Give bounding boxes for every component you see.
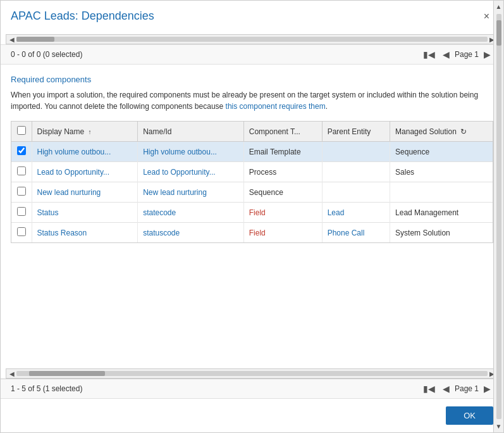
row-name-id: New lead nurturing — [138, 182, 244, 203]
component-type-value: Sequence — [249, 188, 283, 197]
name-id-link[interactable]: statuscode — [143, 229, 180, 237]
desc-highlight: this component requires them — [226, 102, 326, 111]
top-scrollbar-track[interactable] — [16, 37, 488, 42]
row-name-id: statecode — [138, 203, 244, 223]
row-parent-entity: Phone Call — [322, 223, 390, 243]
bottom-pagination-bar: 1 - 5 of 5 (1 selected) ▮◀ ◀ Page 1 ▶ — [1, 379, 503, 398]
sort-icon-display-name[interactable]: ↑ — [89, 129, 92, 135]
display-name-link[interactable]: Lead to Opportunity... — [37, 168, 110, 177]
dialog-title: APAC Leads: Dependencies — [11, 9, 154, 23]
component-type-value[interactable]: Field — [249, 208, 266, 217]
parent-entity-value[interactable]: Lead — [328, 208, 345, 217]
display-name-link[interactable]: Status Reason — [37, 229, 87, 237]
row-checkbox-cell[interactable] — [11, 203, 32, 223]
parent-entity-value[interactable]: Phone Call — [328, 229, 365, 237]
next-page-button-top[interactable]: ▶ — [481, 49, 493, 60]
first-page-button-top[interactable]: ▮◀ — [421, 49, 438, 60]
content-area: Required components When you import a so… — [1, 65, 503, 368]
row-checkbox[interactable] — [17, 146, 26, 155]
name-id-link[interactable]: statecode — [143, 208, 176, 217]
row-component-type: Sequence — [243, 182, 322, 203]
bottom-pagination-info: 1 - 5 of 5 (1 selected) — [11, 384, 82, 393]
bottom-scrollbar[interactable]: ◀ ▶ — [6, 368, 498, 379]
right-scrollbar-track[interactable] — [496, 14, 501, 419]
component-type-value: Process — [249, 168, 276, 177]
row-display-name: Lead to Opportunity... — [32, 162, 138, 182]
row-checkbox-cell[interactable] — [11, 182, 32, 203]
header-component-type: Component T... — [243, 122, 322, 142]
row-checkbox-cell[interactable] — [11, 223, 32, 243]
right-scrollbar[interactable]: ▲ ▼ — [493, 1, 503, 432]
row-checkbox-cell[interactable] — [11, 142, 32, 162]
display-name-link[interactable]: Status — [37, 208, 59, 217]
table-row: High volume outbou...High volume outbou.… — [11, 142, 493, 162]
bottom-scrollbar-thumb — [29, 371, 105, 376]
table-row: StatusstatecodeFieldLeadLead Management — [11, 203, 493, 223]
managed-solution-value: Lead Management — [395, 208, 458, 217]
name-id-link[interactable]: New lead nurturing — [143, 188, 207, 197]
top-pagination-controls: ▮◀ ◀ Page 1 ▶ — [421, 49, 493, 60]
row-parent-entity — [322, 162, 390, 182]
row-checkbox[interactable] — [17, 187, 26, 196]
managed-solution-value: System Solution — [395, 229, 450, 237]
row-display-name: New lead nurturing — [32, 182, 138, 203]
table-row: Status ReasonstatuscodeFieldPhone CallSy… — [11, 223, 493, 243]
row-managed-solution: Sequence — [390, 142, 493, 162]
row-component-type: Field — [243, 223, 322, 243]
scroll-up-arrow[interactable]: ▲ — [494, 1, 503, 13]
top-pagination-info: 0 - 0 of 0 (0 selected) — [11, 50, 82, 59]
row-display-name: Status — [32, 203, 138, 223]
top-scrollbar-thumb — [16, 37, 54, 42]
prev-page-button-top[interactable]: ◀ — [440, 49, 452, 60]
scroll-left-arrow[interactable]: ◀ — [8, 36, 16, 43]
row-checkbox[interactable] — [17, 207, 26, 216]
top-scrollbar[interactable]: ◀ ▶ — [6, 34, 498, 44]
required-section-title: Required components — [11, 75, 493, 84]
row-checkbox[interactable] — [17, 227, 26, 236]
row-managed-solution: System Solution — [390, 223, 493, 243]
top-pagination-bar: 0 - 0 of 0 (0 selected) ▮◀ ◀ Page 1 ▶ — [1, 44, 503, 65]
row-managed-solution: Lead Management — [390, 203, 493, 223]
row-component-type: Email Template — [243, 142, 322, 162]
dialog: APAC Leads: Dependencies × ◀ ▶ 0 - 0 of … — [0, 0, 504, 433]
name-id-link[interactable]: Lead to Opportunity... — [143, 168, 216, 177]
display-name-link[interactable]: New lead nurturing — [37, 188, 101, 197]
desc-part3: . — [326, 102, 328, 111]
name-id-link[interactable]: High volume outbou... — [143, 147, 217, 156]
row-managed-solution — [390, 182, 493, 203]
table-header-row: Display Name ↑ Name/Id Component T... Pa… — [11, 122, 493, 142]
table-row: Lead to Opportunity...Lead to Opportunit… — [11, 162, 493, 182]
row-parent-entity: Lead — [322, 203, 390, 223]
next-page-button-bottom[interactable]: ▶ — [481, 383, 493, 394]
row-parent-entity — [322, 142, 390, 162]
row-checkbox-cell[interactable] — [11, 162, 32, 182]
header-parent-entity: Parent Entity — [322, 122, 390, 142]
managed-solution-value: Sales — [395, 168, 414, 177]
dialog-footer: OK — [1, 398, 503, 432]
header-display-name: Display Name ↑ — [32, 122, 138, 142]
prev-page-button-bottom[interactable]: ◀ — [440, 383, 452, 394]
row-component-type: Field — [243, 203, 322, 223]
bottom-scrollbar-track[interactable] — [16, 371, 488, 376]
header-checkbox-cell[interactable] — [11, 122, 32, 142]
bottom-scroll-left-arrow[interactable]: ◀ — [8, 370, 16, 377]
right-scrollbar-thumb — [496, 20, 501, 46]
row-name-id: Lead to Opportunity... — [138, 162, 244, 182]
first-page-button-bottom[interactable]: ▮◀ — [421, 383, 438, 394]
row-checkbox[interactable] — [17, 166, 26, 175]
display-name-link[interactable]: High volume outbou... — [37, 147, 111, 156]
description-text: When you import a solution, the required… — [11, 89, 493, 112]
select-all-checkbox[interactable] — [17, 126, 26, 135]
table-row: New lead nurturingNew lead nurturingSequ… — [11, 182, 493, 203]
bottom-page-label: Page 1 — [455, 384, 479, 393]
top-page-label: Page 1 — [455, 50, 479, 59]
scroll-down-arrow[interactable]: ▼ — [494, 420, 503, 432]
ok-button[interactable]: OK — [446, 406, 493, 425]
row-name-id: statuscode — [138, 223, 244, 243]
close-button[interactable]: × — [480, 10, 493, 23]
bottom-pagination-controls: ▮◀ ◀ Page 1 ▶ — [421, 383, 493, 394]
component-type-value[interactable]: Field — [249, 229, 266, 237]
refresh-icon[interactable]: ↻ — [460, 127, 467, 136]
row-parent-entity — [322, 182, 390, 203]
component-type-value: Email Template — [249, 147, 301, 156]
